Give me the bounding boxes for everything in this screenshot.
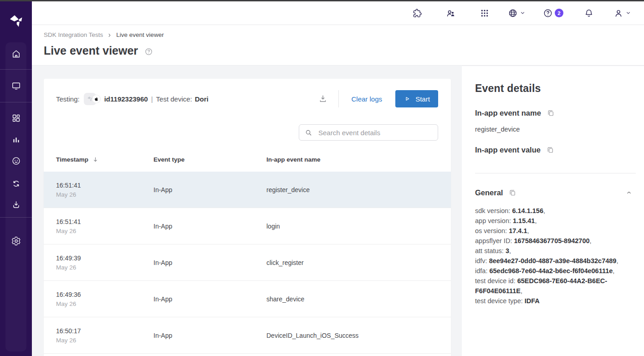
home-icon [11, 49, 21, 59]
event-type-cell: In-App [153, 295, 266, 303]
notifications-button[interactable] [584, 8, 594, 18]
user-icon [613, 8, 624, 18]
event-name-cell: DeviceID_Launch_iOS_Success [266, 332, 451, 339]
content-area: Testing: id1192323960 | Test device: Dor… [32, 66, 644, 356]
sidebar-item-export[interactable] [10, 198, 22, 211]
download-tray-icon [11, 200, 21, 209]
event-type-cell: In-App [153, 332, 266, 339]
sidebar-divider [0, 102, 32, 102]
table-body: 16:51:41May 26In-Appregister_device16:51… [44, 172, 451, 354]
event-type-cell: In-App [153, 223, 266, 230]
language-button[interactable] [508, 8, 526, 18]
field-value: register_device [475, 126, 636, 134]
sidebar [0, 1, 32, 356]
notification-count-badge: 2 [555, 9, 563, 17]
sync-icon [11, 179, 21, 188]
breadcrumb-current: Live event viewer [116, 31, 164, 38]
sidebar-item-sync[interactable] [10, 177, 22, 190]
chevron-down-icon [625, 10, 631, 16]
dash-icon [11, 113, 21, 123]
breadcrumb-parent[interactable]: SDK Integration Tests [44, 31, 103, 38]
panel-title: Event details [475, 82, 636, 95]
sidebar-item-reports[interactable] [10, 133, 22, 146]
event-row[interactable]: 16:50:17May 26In-AppDeviceID_Launch_iOS_… [44, 317, 451, 354]
sidebar-item-home[interactable] [10, 47, 22, 60]
event-row[interactable]: 16:51:41May 26In-Applogin [44, 208, 451, 244]
general-item: att status: 3, [475, 246, 636, 256]
column-event-type[interactable]: Event type [153, 156, 266, 163]
search-input[interactable] [318, 129, 432, 137]
chart-icon [11, 135, 21, 144]
face-icon [11, 156, 21, 166]
event-details-panel: Event details In-app event name register… [462, 66, 644, 356]
users-icon [446, 8, 456, 18]
start-button[interactable]: Start [395, 90, 438, 107]
chevron-down-icon [520, 10, 526, 16]
appsflyer-logo-icon[interactable] [8, 13, 24, 30]
card-toolbar: Testing: id1192323960 | Test device: Dor… [44, 91, 451, 107]
field-label: In-app event value [475, 146, 541, 154]
timestamp-cell: 16:51:41May 26 [56, 218, 153, 234]
sidebar-item-audiences[interactable] [10, 154, 22, 167]
partners-button[interactable] [446, 8, 456, 18]
copy-icon[interactable] [547, 109, 555, 117]
device-name: Dori [195, 95, 209, 103]
sort-descending-icon [92, 156, 99, 163]
column-event-name[interactable]: In-app event name [266, 156, 451, 163]
live-events-card: Testing: id1192323960 | Test device: Dor… [44, 79, 451, 356]
sidebar-divider [0, 69, 32, 70]
general-item: appsflyer ID: 1675846367705-8942700, [475, 236, 636, 246]
monitor-icon [11, 81, 21, 91]
chevron-right-icon [107, 33, 112, 38]
apps-icon [480, 8, 490, 18]
field-label: In-app event name [475, 109, 541, 117]
clear-logs-button[interactable]: Clear logs [351, 95, 382, 103]
column-timestamp[interactable]: Timestamp [56, 156, 153, 163]
event-row[interactable]: 16:49:36May 26In-Appshare_device [44, 281, 451, 317]
event-name-cell: share_device [266, 295, 451, 303]
panel-divider [475, 173, 636, 173]
general-item: test device type: IDFA [475, 296, 636, 306]
download-logs-icon[interactable] [318, 94, 328, 104]
general-item: app version: 1.15.41, [475, 216, 636, 226]
timestamp-cell: 16:51:41May 26 [56, 182, 153, 198]
general-section-title: General [475, 188, 503, 197]
table-header: Timestamp Event type In-app event name [44, 147, 451, 172]
sidebar-item-dashboard[interactable] [10, 112, 22, 124]
globe-icon [508, 8, 518, 18]
breadcrumb: SDK Integration Tests Live event viewer [44, 31, 164, 38]
test-device-label: Test device: [156, 95, 192, 103]
event-row[interactable]: 16:51:41May 26In-Appregister_device [44, 172, 451, 208]
separator: | [151, 95, 153, 103]
event-name-cell: click_register [266, 259, 451, 266]
help-icon [543, 8, 553, 18]
app-icon [84, 93, 101, 105]
sidebar-item-settings[interactable] [10, 234, 22, 247]
account-button[interactable] [613, 8, 631, 18]
event-row[interactable]: 16:49:39May 26In-Appclick_register [44, 244, 451, 281]
apple-icon [94, 97, 99, 102]
help-button[interactable]: 2 [543, 8, 563, 18]
app-switcher-button[interactable] [480, 8, 490, 18]
copy-icon[interactable] [509, 189, 516, 197]
topbar-icons: 2 [412, 8, 631, 18]
timestamp-cell: 16:50:17May 26 [56, 327, 153, 344]
bell-icon [584, 8, 594, 18]
topbar: 2 [32, 1, 644, 25]
copy-icon[interactable] [547, 146, 554, 154]
chevron-up-icon[interactable] [626, 189, 632, 196]
general-item: test device id: 65EDC968-7E60-44A2-B6EC-… [475, 276, 636, 296]
sidebar-divider [0, 217, 32, 218]
general-item: sdk version: 6.14.1.156, [475, 206, 636, 216]
testing-label: Testing: [56, 95, 80, 103]
puzzle-icon [412, 8, 422, 18]
event-type-cell: In-App [153, 186, 266, 193]
app-id: id1192323960 [104, 95, 148, 103]
extensions-button[interactable] [412, 8, 422, 18]
help-circle-icon[interactable] [144, 47, 153, 56]
sidebar-item-live-events[interactable] [10, 79, 22, 92]
play-icon [404, 95, 411, 102]
event-type-cell: In-App [153, 259, 266, 266]
page-title: Live event viewer [44, 44, 138, 57]
timestamp-cell: 16:49:39May 26 [56, 254, 153, 271]
